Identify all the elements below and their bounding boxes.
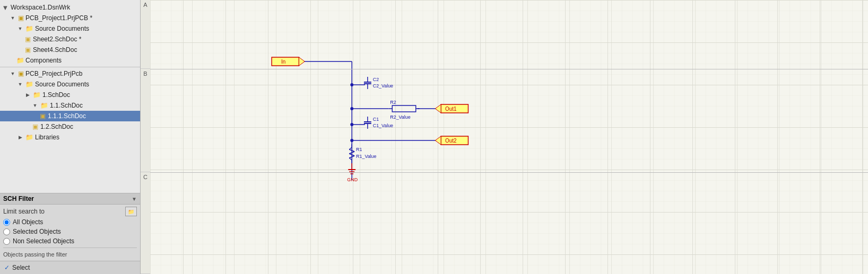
svg-rect-1: [150, 0, 868, 274]
row-sep-ab: [150, 69, 868, 69]
row-label-a: A: [141, 0, 150, 69]
row-label-c: C: [141, 172, 150, 274]
svg-text:R1: R1: [356, 147, 362, 152]
expand-arrow-icon: ▼: [8, 14, 17, 22]
svg-text:R2_Value: R2_Value: [390, 114, 410, 120]
all-objects-row[interactable]: All Objects: [3, 218, 137, 226]
schematic-svg: In Out1 Out2 C2 C2_Value R: [150, 0, 868, 274]
workspace-label: Workspace1.DsnWrk: [11, 4, 70, 11]
folder-btn-icon: 📁: [128, 209, 134, 215]
left-panel: ▼ Workspace1.DsnWrk ▼ ▣ PCB_Project1.Prj…: [0, 0, 141, 274]
limit-search-label: Limit search to: [3, 208, 125, 215]
folder-open-icon: 📁: [25, 25, 33, 32]
svg-text:Out2: Out2: [445, 138, 457, 144]
svg-text:Out1: Out1: [445, 106, 457, 112]
check-icon: ✓: [4, 264, 10, 271]
pcb-project2-item[interactable]: ▼ ▣ PCB_Project.PrjPcb: [0, 68, 140, 79]
schDoc11-item[interactable]: ▼ 📁 1.1.SchDoc: [0, 100, 140, 111]
svg-point-10: [350, 107, 353, 110]
pcb-project1-item[interactable]: ▼ ▣ PCB_Project1.PrjPCB *: [0, 13, 140, 23]
folder4-icon: 📁: [40, 102, 48, 109]
selected-objects-row[interactable]: Selected Objects: [3, 227, 137, 236]
schematic-drawing-area[interactable]: In Out1 Out2 C2 C2_Value R: [150, 0, 868, 274]
svg-point-12: [350, 139, 353, 142]
select-label: Select: [12, 264, 30, 271]
expand3-icon: ▼: [16, 80, 24, 89]
components-label: Components: [25, 57, 62, 64]
filter-title: SCH Filter: [3, 195, 34, 202]
svg-point-9: [350, 83, 353, 86]
source-docs-1-item[interactable]: ▼ 📁 Source Documents: [0, 23, 140, 34]
filter-collapse-icon[interactable]: ▼: [132, 196, 137, 202]
project2-icon: ▣: [18, 70, 24, 77]
svg-text:GND: GND: [347, 177, 358, 182]
project-tree: ▼ Workspace1.DsnWrk ▼ ▣ PCB_Project1.Prj…: [0, 0, 140, 193]
libraries-label: Libraries: [35, 134, 59, 141]
schDoc1-item[interactable]: ▶ 📁 1.SchDoc: [0, 90, 140, 100]
filter-folder-button[interactable]: 📁: [125, 207, 137, 216]
expand-arrow2-icon: ▼: [8, 69, 17, 78]
sch-icon2: ▣: [23, 46, 32, 54]
select-button[interactable]: ✓ Select: [0, 261, 140, 274]
row-sep-bc: [150, 172, 868, 173]
expand-icon: ▼: [16, 24, 24, 33]
project-icon: ▣: [18, 14, 24, 22]
filter-body: Limit search to 📁 All Objects Selected O…: [0, 205, 140, 261]
sheet2-label: Sheet2.SchDoc *: [33, 36, 81, 43]
source-docs-2-label: Source Documents: [35, 81, 89, 88]
tree-separator: [0, 67, 140, 67]
libraries-item[interactable]: ▶ 📁 Libraries: [0, 132, 140, 143]
non-selected-objects-label: Non Selected Objects: [13, 237, 74, 245]
all-objects-radio[interactable]: [3, 219, 10, 226]
schDoc111-label: 1.1.1.SchDoc: [48, 112, 86, 120]
folder2-open-icon: 📁: [25, 81, 33, 88]
sch4-icon: ▣: [31, 122, 39, 131]
schDoc1-label: 1.SchDoc: [42, 91, 70, 99]
non-selected-objects-row[interactable]: Non Selected Objects: [3, 237, 137, 245]
selected-objects-radio[interactable]: [3, 228, 10, 235]
svg-point-11: [350, 123, 353, 126]
svg-text:R2: R2: [390, 100, 396, 105]
svg-text:C1: C1: [373, 117, 379, 122]
row-labels: A B C: [141, 0, 150, 274]
folder-closed-icon: 📁: [16, 56, 24, 65]
limit-search-row: Limit search to 📁: [3, 207, 137, 216]
expand5-icon: ▼: [31, 101, 39, 110]
expand6-icon: ▶: [16, 133, 24, 142]
workspace-icon: ▼: [1, 3, 10, 12]
non-selected-objects-radio[interactable]: [3, 238, 10, 245]
pcb-project2-label: PCB_Project.PrjPcb: [25, 70, 82, 77]
svg-text:R1_Value: R1_Value: [356, 154, 376, 159]
components-item[interactable]: 📁 Components: [0, 55, 140, 66]
all-objects-label: All Objects: [13, 218, 43, 226]
lib-folder-icon: 📁: [25, 134, 33, 141]
source-docs-2-item[interactable]: ▼ 📁 Source Documents: [0, 79, 140, 90]
svg-text:C1_Value: C1_Value: [373, 123, 393, 128]
schematic-canvas[interactable]: A B C: [141, 0, 868, 274]
sch-filter-section: SCH Filter ▼ Limit search to 📁 All Objec…: [0, 193, 140, 274]
svg-text:In: In: [281, 59, 285, 65]
schDoc12-label: 1.2.SchDoc: [40, 123, 73, 130]
source-docs-1-label: Source Documents: [35, 25, 89, 32]
pcb-project1-label: PCB_Project1.PrjPCB *: [25, 14, 92, 22]
sheet4-label: Sheet4.SchDoc: [33, 46, 77, 54]
schDoc11-label: 1.1.SchDoc: [50, 102, 83, 109]
workspace-item[interactable]: ▼ Workspace1.DsnWrk: [0, 2, 140, 13]
sheet2-item[interactable]: ▣ Sheet2.SchDoc *: [0, 34, 140, 45]
schDoc12-item[interactable]: ▣ 1.2.SchDoc: [0, 121, 140, 132]
schDoc111-item[interactable]: ▣ 1.1.1.SchDoc: [0, 111, 140, 121]
filter-header: SCH Filter ▼: [0, 193, 140, 205]
filter-divider: [3, 248, 137, 248]
sheet4-item[interactable]: ▣ Sheet4.SchDoc: [0, 45, 140, 55]
objects-passing-text: Objects passing the filter: [3, 250, 137, 259]
folder3-icon: 📁: [33, 91, 41, 99]
sch3-icon: ▣: [38, 112, 47, 120]
selected-objects-label: Selected Objects: [13, 228, 61, 235]
row-label-b: B: [141, 69, 150, 172]
expand4-icon: ▶: [23, 91, 32, 99]
svg-text:C2_Value: C2_Value: [373, 83, 393, 89]
svg-text:C2: C2: [373, 77, 379, 82]
sch-icon: ▣: [23, 35, 32, 43]
